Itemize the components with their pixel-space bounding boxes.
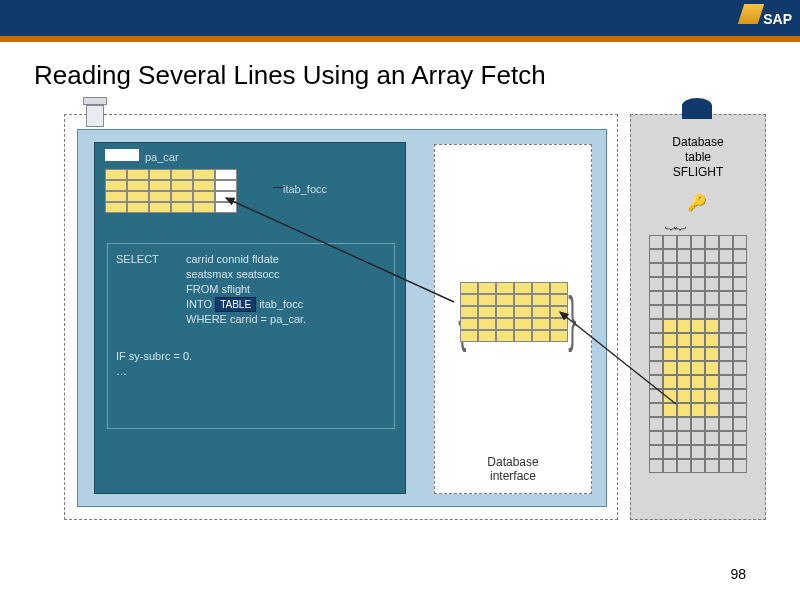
abap-code-block: SELECTcarrid connid fldate seatsmax seat… [107, 243, 395, 429]
code-table-badge: TABLE [215, 297, 256, 313]
code-from: FROM sflight [186, 283, 250, 295]
diagram-stage: pa_car itab_focc SELECTcarrid connid fld… [36, 114, 766, 534]
sap-logo: SAP [741, 4, 792, 27]
sap-logo-text: SAP [763, 11, 792, 27]
result-set-table [460, 282, 568, 342]
code-fields1: carrid connid fldate [186, 253, 279, 265]
code-select: SELECT [116, 252, 186, 267]
pa-car-label: pa_car [145, 151, 179, 163]
database-icon [682, 98, 712, 118]
code-fields2: seatsmax seatsocc [186, 268, 280, 280]
code-if: IF sy-subrc = 0. [116, 349, 386, 364]
header-bar: SAP [0, 0, 800, 36]
code-into-post: itab_focc [259, 298, 303, 310]
pa-car-input [105, 149, 139, 161]
page-number: 98 [730, 566, 746, 582]
key-brace: ⏟⏟ [665, 209, 683, 232]
db-table-label: Database table SFLIGHT [631, 135, 765, 180]
itab-focc-label: itab_focc [283, 183, 327, 195]
sflight-table [649, 235, 747, 473]
app-server-box: pa_car itab_focc SELECTcarrid connid fld… [64, 114, 618, 520]
slide-title: Reading Several Lines Using an Array Fet… [34, 60, 800, 91]
abap-runtime-panel: pa_car itab_focc SELECTcarrid connid fld… [77, 129, 607, 507]
code-where: WHERE carrid = pa_car. [186, 313, 306, 325]
itab-focc-table [105, 169, 237, 213]
brace-right-icon: } [568, 282, 576, 353]
db-interface-label: Database interface [435, 455, 591, 483]
accent-bar [0, 36, 800, 42]
database-box: Database table SFLIGHT 🔑 ⏟⏟ [630, 114, 766, 520]
key-icon: 🔑 [687, 193, 707, 212]
code-dots: … [116, 364, 386, 379]
program-panel: pa_car itab_focc SELECTcarrid connid fld… [94, 142, 406, 494]
sap-logo-mark [738, 4, 764, 24]
server-icon [83, 97, 107, 127]
code-into-pre: INTO [186, 298, 212, 310]
